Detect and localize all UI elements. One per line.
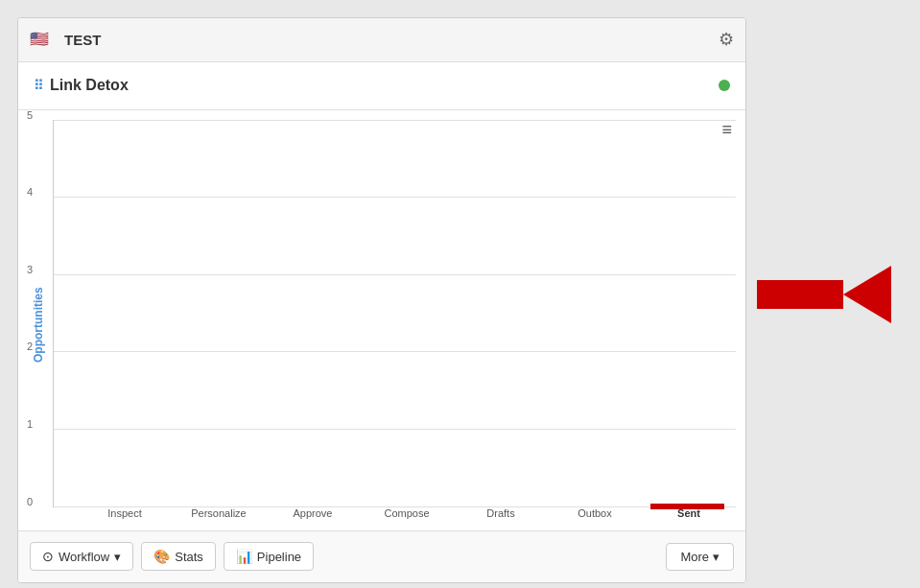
more-label: More (680, 550, 709, 564)
chart-area: ≡ Opportunities 543210 InspectPersonaliz… (18, 110, 745, 530)
workflow-button[interactable]: ⊙ Workflow ▾ (30, 542, 133, 571)
main-panel: 🇺🇸 TEST ⚙ ⠿ Link Detox ≡ Opportunities 5… (17, 17, 746, 583)
status-dot (719, 80, 730, 91)
panel-title: TEST (64, 32, 101, 48)
y-tick-label: 3 (27, 264, 33, 275)
flag-icon: 🇺🇸 (30, 30, 57, 49)
chart-inner: 543210 InspectPersonalizeApproveComposeD… (53, 120, 736, 530)
link-detox-label: ⠿ Link Detox (34, 77, 129, 94)
more-chevron-icon: ▾ (713, 550, 719, 564)
stats-button[interactable]: 🎨 Stats (141, 542, 216, 571)
pipeline-label: Pipeline (257, 550, 301, 564)
x-axis-label: Compose (360, 507, 454, 530)
workflow-icon: ⊙ (42, 549, 54, 564)
grid-line: 1 (54, 429, 736, 430)
arrow-wrapper (757, 266, 891, 323)
footer-left: ⊙ Workflow ▾ 🎨 Stats 📊 Pipeline (30, 542, 314, 571)
y-tick-label: 5 (27, 109, 33, 121)
x-axis: InspectPersonalizeApproveComposeDraftsOu… (78, 507, 736, 530)
workflow-chevron-icon: ▾ (114, 550, 121, 564)
y-tick-label: 0 (27, 496, 33, 507)
link-detox-dots-icon: ⠿ (34, 78, 44, 93)
more-button[interactable]: More ▾ (666, 543, 734, 571)
pipeline-button[interactable]: 📊 Pipeline (224, 542, 314, 571)
workflow-label: Workflow (59, 550, 109, 564)
header-left: 🇺🇸 TEST (30, 30, 101, 49)
panel-header: 🇺🇸 TEST ⚙ (18, 18, 745, 62)
x-axis-label: Drafts (454, 507, 548, 530)
y-tick-label: 2 (27, 341, 33, 352)
chart-menu-icon[interactable]: ≡ (721, 120, 732, 140)
stats-label: Stats (175, 550, 203, 564)
x-axis-label: Approve (266, 507, 360, 530)
pipeline-icon: 📊 (236, 549, 252, 564)
stats-icon: 🎨 (153, 549, 170, 564)
x-axis-label: Inspect (78, 507, 172, 530)
chart-grid: 543210 (53, 120, 736, 507)
x-axis-label: Outbox (548, 507, 642, 530)
arrow-right-icon (843, 266, 891, 323)
x-axis-label: Sent (642, 507, 736, 530)
arrow-shaft (757, 280, 843, 309)
grid-line: 2 (54, 351, 736, 352)
link-detox-bar: ⠿ Link Detox (18, 62, 745, 110)
grid-line: 3 (54, 274, 736, 275)
grid-line: 0 (54, 506, 736, 507)
link-detox-text: Link Detox (50, 77, 129, 94)
x-axis-label: Personalize (172, 507, 266, 530)
grid-line: 4 (54, 197, 736, 198)
footer: ⊙ Workflow ▾ 🎨 Stats 📊 Pipeline More ▾ (18, 530, 745, 582)
grid-line: 5 (54, 120, 736, 121)
footer-right: More ▾ (666, 543, 734, 571)
y-axis-label: Opportunities (28, 120, 49, 530)
chart-container: Opportunities 543210 InspectPersonalizeA… (28, 120, 736, 530)
gear-icon[interactable]: ⚙ (719, 29, 734, 50)
y-tick-label: 4 (27, 186, 33, 198)
y-tick-label: 1 (27, 418, 33, 430)
